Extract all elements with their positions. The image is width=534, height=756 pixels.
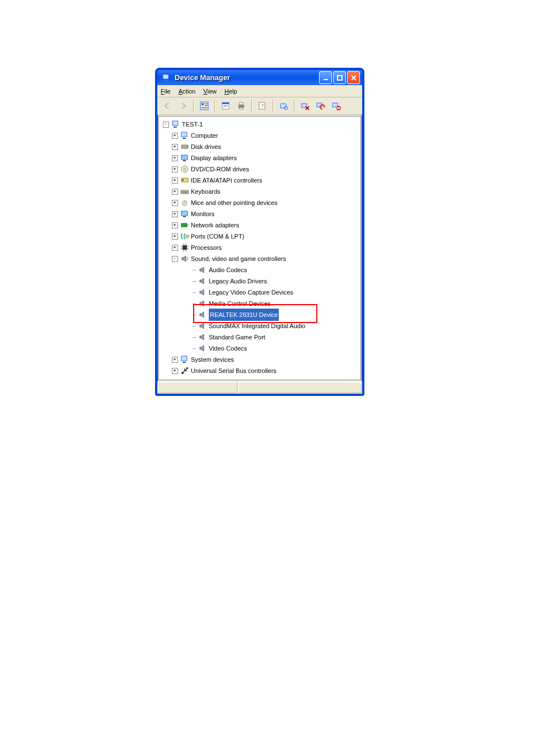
tree-item-standard-game-port[interactable]: Standard Game Port (161, 332, 358, 343)
tree-item-dvd-cdrom[interactable]: + DVD/CD-ROM drives (161, 164, 358, 175)
ide-controller-icon (180, 176, 189, 185)
svg-rect-25 (172, 121, 178, 125)
expand-icon[interactable]: + (172, 222, 178, 228)
sound-device-icon (198, 277, 207, 286)
tree-item-display-adapters[interactable]: + Display adapters (161, 152, 358, 164)
tree-item-network-adapters[interactable]: + Network adapters (161, 220, 358, 231)
statusbar-cell (158, 382, 237, 393)
expand-icon[interactable]: + (172, 211, 178, 217)
mouse-icon (180, 198, 189, 207)
keyboard-icon (180, 187, 189, 196)
svg-rect-10 (222, 102, 229, 104)
menu-file[interactable]: File (161, 88, 171, 95)
tree-item-soundmax[interactable]: SoundMAX Integrated Digital Audio (161, 320, 358, 332)
tree-item-realtek-2831u[interactable]: REALTEK 2831U Device (161, 309, 358, 320)
help-button[interactable]: ? (256, 99, 269, 113)
menu-action[interactable]: Action (179, 88, 196, 95)
svg-rect-15 (240, 108, 243, 109)
svg-rect-28 (182, 138, 186, 139)
tree-connector (188, 332, 197, 343)
device-tree[interactable]: - TEST-1 + Computer + Disk drives (159, 116, 360, 379)
expand-icon[interactable]: + (172, 144, 178, 150)
expand-icon[interactable]: + (172, 166, 178, 172)
svg-rect-26 (174, 127, 177, 128)
svg-rect-48 (182, 362, 186, 363)
disable-button[interactable] (330, 99, 343, 113)
toolbar-separator (214, 100, 216, 112)
close-button[interactable] (347, 71, 360, 84)
minimize-button[interactable] (319, 71, 332, 84)
forward-button[interactable] (176, 99, 190, 113)
tree-item-audio-codecs[interactable]: Audio Codecs (161, 264, 358, 276)
maximize-button[interactable] (333, 71, 346, 84)
svg-rect-12 (223, 106, 227, 107)
tree-item-ports[interactable]: + Ports (COM & LPT) (161, 231, 358, 242)
scan-hardware-button[interactable] (277, 99, 291, 113)
expand-icon[interactable]: + (172, 178, 178, 184)
device-manager-icon (162, 73, 171, 82)
svg-rect-5 (202, 103, 204, 105)
svg-rect-43 (181, 223, 187, 227)
back-button[interactable] (161, 99, 174, 113)
svg-rect-44 (187, 225, 189, 226)
tree-item-legacy-audio-drivers[interactable]: Legacy Audio Drivers (161, 276, 358, 287)
expand-icon[interactable]: + (172, 245, 178, 251)
menu-view[interactable]: View (203, 88, 217, 95)
network-adapter-icon (180, 221, 189, 230)
device-manager-window: Device Manager File Action View Help (155, 68, 364, 396)
expand-icon[interactable]: + (172, 155, 178, 161)
statusbar-cell (238, 382, 362, 393)
tree-connector (188, 276, 197, 287)
usb-icon (180, 366, 189, 375)
tree-item-monitors[interactable]: + Monitors (161, 208, 358, 220)
collapse-icon[interactable]: - (172, 256, 178, 262)
tree-view-button[interactable] (198, 99, 211, 113)
svg-rect-7 (205, 105, 208, 106)
display-adapter-icon (180, 153, 189, 162)
tree-item-computer[interactable]: + Computer (161, 130, 358, 141)
titlebar[interactable]: Device Manager (157, 70, 362, 85)
svg-rect-11 (223, 105, 228, 106)
tree-item-system-devices[interactable]: + System devices (161, 354, 358, 365)
tree-item-keyboards[interactable]: + Keyboards (161, 186, 358, 197)
svg-rect-18 (280, 104, 286, 108)
svg-rect-14 (240, 102, 243, 105)
svg-rect-42 (183, 216, 186, 217)
svg-rect-1 (164, 80, 167, 81)
toolbar-separator (251, 100, 252, 112)
properties-button[interactable] (219, 99, 232, 113)
expand-icon[interactable]: + (172, 234, 178, 240)
svg-rect-41 (181, 211, 188, 216)
tree-item-mice[interactable]: + Mice and other pointing devices (161, 197, 358, 208)
expand-icon[interactable]: + (172, 189, 178, 195)
expand-icon[interactable]: + (172, 133, 178, 139)
tree-connector (188, 264, 197, 276)
sound-controller-icon (180, 254, 189, 263)
tree-item-video-codecs[interactable]: Video Codecs (161, 343, 358, 354)
tree-connector (188, 320, 197, 332)
tree-item-disk-drives[interactable]: + Disk drives (161, 141, 358, 152)
svg-text:?: ? (261, 103, 264, 109)
tree-item-sound-video-game[interactable]: - Sound, video and game controllers (161, 253, 358, 264)
tree-item-usb-controllers[interactable]: + Universal Serial Bus controllers (161, 365, 358, 376)
tree-item-processors[interactable]: + Processors (161, 242, 358, 253)
tree-root[interactable]: - TEST-1 (161, 119, 358, 130)
svg-rect-6 (205, 104, 208, 104)
update-driver-button[interactable] (314, 99, 327, 113)
window-title: Device Manager (161, 73, 319, 82)
collapse-icon[interactable]: - (163, 122, 169, 128)
tree-item-ide-controllers[interactable]: + IDE ATA/ATAPI controllers (161, 175, 358, 186)
device-tree-panel: - TEST-1 + Computer + Disk drives (158, 116, 361, 380)
tree-item-legacy-video-capture[interactable]: Legacy Video Capture Devices (161, 287, 358, 298)
menubar: File Action View Help (157, 85, 362, 97)
uninstall-button[interactable] (298, 99, 312, 113)
print-button[interactable] (235, 99, 248, 113)
tree-item-media-control-devices[interactable]: Media Control Devices (161, 298, 358, 309)
expand-icon[interactable]: + (172, 357, 178, 363)
menu-help[interactable]: Help (224, 88, 237, 95)
expand-icon[interactable]: + (172, 200, 178, 206)
sound-device-icon (198, 333, 207, 342)
expand-icon[interactable]: + (172, 368, 178, 374)
svg-point-30 (186, 146, 188, 147)
svg-rect-22 (332, 103, 338, 107)
